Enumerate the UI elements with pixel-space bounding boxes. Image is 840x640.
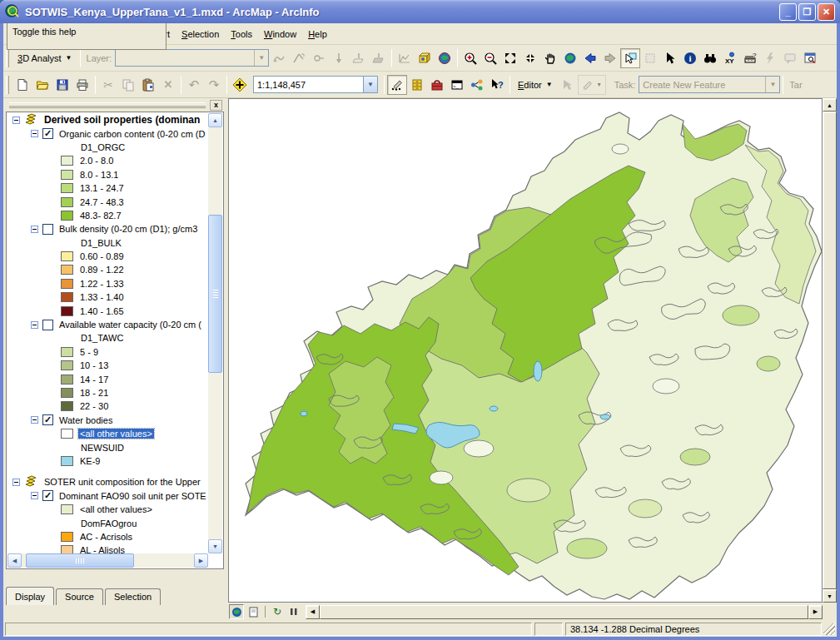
tab-display[interactable]: Display: [6, 587, 54, 605]
zoom-in-icon[interactable]: [460, 48, 480, 68]
toc-label[interactable]: AL - Alisols: [78, 545, 127, 553]
toc-row-swatch[interactable]: 13.1 - 24.7: [7, 181, 208, 195]
toc-vertical-scrollbar[interactable]: ▲ ▼: [208, 113, 222, 553]
toc-row-swatch[interactable]: 1.40 - 1.65: [7, 304, 208, 317]
toc-drag-grip[interactable]: [9, 102, 206, 107]
maximize-button[interactable]: ❐: [798, 3, 816, 21]
select-features-icon[interactable]: [620, 48, 640, 68]
arccatalog-icon[interactable]: [407, 75, 427, 95]
toc-row-field[interactable]: D1_ORGC: [7, 141, 208, 154]
layout-view-button[interactable]: [246, 604, 261, 619]
toc-row-swatch[interactable]: 2.0 - 8.0: [7, 154, 208, 167]
toc-label[interactable]: 0.89 - 1.22: [78, 265, 126, 275]
legend-swatch[interactable]: [61, 183, 73, 193]
toolbar-grip[interactable]: [6, 76, 9, 94]
layer-checkbox-checked[interactable]: ✓: [42, 128, 53, 139]
toc-label[interactable]: <all other values>: [78, 504, 154, 514]
interpolate-polygon-icon[interactable]: [369, 48, 389, 68]
fixed-zoom-in-icon[interactable]: [500, 48, 520, 68]
toc-row-layer[interactable]: Bulk density (0-20 cm (D1); g/cm3: [7, 222, 208, 236]
toc-row-layer[interactable]: ✓Organic carbon content (0-20 cm (D: [7, 127, 208, 140]
go-to-xy-icon[interactable]: XY: [720, 48, 740, 68]
tab-selection[interactable]: Selection: [105, 588, 161, 605]
legend-swatch[interactable]: [61, 170, 73, 180]
map-hscroll-thumb[interactable]: [320, 605, 808, 619]
toc-label[interactable]: SOTER unit composition for the Upper: [42, 477, 202, 487]
toc-label[interactable]: AC - Acrisols: [78, 532, 134, 542]
toc-label[interactable]: Organic carbon content (0-20 cm (D: [57, 129, 206, 139]
map-horizontal-scrollbar[interactable]: ◀ ▶: [306, 605, 823, 619]
toc-label[interactable]: <all other values>: [78, 429, 154, 439]
data-view-button[interactable]: [229, 604, 244, 619]
toc-row-swatch[interactable]: AC - Acrisols: [7, 530, 208, 543]
toc-row-swatch[interactable]: 18 - 21: [7, 386, 208, 399]
copy-icon[interactable]: [118, 75, 138, 95]
toc-row-swatch[interactable]: 48.3- 82.7: [7, 209, 208, 222]
toc-label[interactable]: Bulk density (0-20 cm (D1); g/cm3: [57, 224, 199, 234]
legend-swatch[interactable]: [61, 375, 73, 384]
toc-label[interactable]: Derived soil properties (dominan: [42, 114, 201, 126]
toc-row-layer[interactable]: ✓Dominant FAO90 soil unit per SOTE: [7, 489, 208, 503]
legend-swatch[interactable]: [61, 532, 73, 542]
toc-row-layer[interactable]: Available water capacity (0-20 cm (: [7, 318, 208, 331]
expander-minus-icon[interactable]: [12, 117, 20, 124]
toc-label[interactable]: Available water capacity (0-20 cm (: [57, 320, 203, 330]
task-combo-dropdown[interactable]: ▼: [765, 77, 779, 92]
toc-vscroll-thumb[interactable]: [208, 215, 222, 373]
toc-label[interactable]: D1_ORGC: [79, 142, 127, 152]
toc-row-swatch[interactable]: 1.33 - 1.40: [7, 290, 208, 304]
paste-icon[interactable]: [138, 75, 158, 95]
layer-checkbox-checked[interactable]: ✓: [42, 414, 53, 425]
toc-label[interactable]: 14 - 17: [78, 375, 110, 384]
scroll-right-button[interactable]: ▶: [194, 553, 208, 568]
toc-label[interactable]: D1_BULK: [79, 238, 123, 248]
cut-icon[interactable]: ✂: [98, 75, 118, 95]
toc-row-field[interactable]: D1_TAWC: [7, 331, 208, 345]
toc-label[interactable]: 2.0 - 8.0: [78, 156, 115, 166]
resize-grip[interactable]: [823, 623, 835, 635]
pan-hand-icon[interactable]: [540, 48, 560, 68]
toc-label[interactable]: 1.40 - 1.65: [78, 306, 126, 316]
legend-swatch[interactable]: [61, 306, 73, 316]
edit-tool-arrow-icon[interactable]: [558, 75, 578, 95]
layer-checkbox-unchecked[interactable]: [42, 320, 53, 330]
redo-icon[interactable]: ↷: [204, 75, 224, 95]
close-button[interactable]: ✕: [818, 3, 835, 21]
modelbuilder-icon[interactable]: [467, 75, 487, 95]
legend-swatch[interactable]: [61, 251, 73, 261]
map-vertical-scrollbar[interactable]: ▲ ▼: [823, 98, 837, 603]
toc-label[interactable]: 0.60 - 0.89: [78, 251, 126, 261]
menu-tools[interactable]: Tools: [225, 27, 258, 42]
interpolate-point-icon[interactable]: [329, 48, 349, 68]
toc-label[interactable]: 10 - 13: [78, 360, 110, 370]
command-line-window-icon[interactable]: >_: [447, 75, 467, 95]
toc-label[interactable]: Dominant FAO90 soil unit per SOTE: [57, 491, 208, 501]
legend-swatch[interactable]: [61, 388, 73, 398]
scroll-down-button[interactable]: ▼: [208, 539, 222, 553]
legend-swatch[interactable]: [61, 197, 73, 207]
menu-help[interactable]: Help: [302, 27, 333, 42]
toc-row-swatch[interactable]: 5 - 9: [7, 345, 208, 359]
editor-menu-button[interactable]: Editor ▼: [513, 77, 558, 92]
refresh-view-button[interactable]: ↻: [270, 604, 285, 619]
toc-label[interactable]: 24.7 - 48.3: [78, 197, 126, 207]
map-vscroll-thumb[interactable]: [823, 112, 837, 589]
clear-selection-icon[interactable]: [640, 48, 660, 68]
legend-swatch[interactable]: [61, 456, 73, 466]
layer-combo[interactable]: ▼: [115, 49, 269, 67]
zoom-out-icon[interactable]: [480, 48, 500, 68]
toc-header[interactable]: x: [6, 100, 224, 110]
whats-this-help-icon[interactable]: ?: [487, 75, 507, 95]
interpolate-polyline-icon[interactable]: [349, 48, 369, 68]
legend-swatch[interactable]: [61, 504, 73, 514]
toc-row-swatch[interactable]: 10 - 13: [7, 359, 208, 372]
toc-row-swatch[interactable]: 14 - 17: [7, 372, 208, 385]
toc-label[interactable]: 1.33 - 1.40: [78, 292, 126, 302]
tab-source[interactable]: Source: [56, 588, 103, 605]
legend-swatch[interactable]: [61, 401, 73, 411]
toc-row-group[interactable]: Derived soil properties (dominan: [7, 113, 208, 127]
map-scroll-left-button[interactable]: ◀: [306, 605, 320, 619]
expander-minus-icon[interactable]: [31, 130, 38, 137]
expander-minus-icon[interactable]: [12, 479, 20, 486]
layer-combo-dropdown[interactable]: ▼: [254, 50, 268, 66]
